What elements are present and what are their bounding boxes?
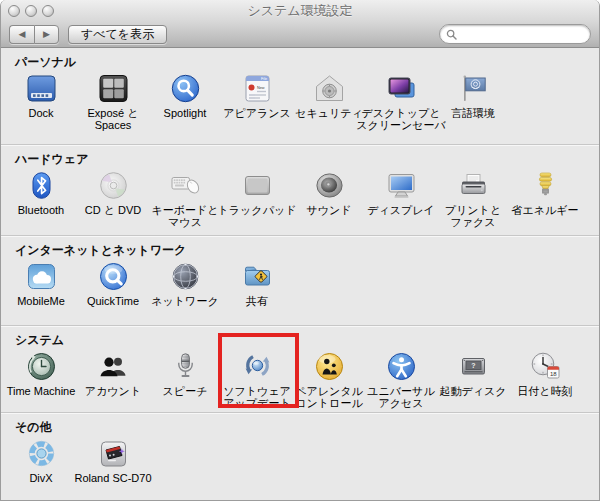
pref-item-keyboard-mouse[interactable]: キーボードとマウス — [149, 169, 221, 228]
pref-item-spotlight[interactable]: Spotlight — [149, 72, 221, 131]
appearance-icon: FileNew — [241, 72, 274, 105]
window-controls — [8, 5, 54, 17]
trackpad-icon — [241, 169, 274, 202]
printer-icon — [457, 169, 490, 202]
back-button[interactable]: ◀ — [9, 25, 34, 44]
pref-item-sound[interactable]: サウンド — [293, 169, 365, 228]
date-time-icon: 18 — [529, 350, 562, 383]
section-3: インターネットとネットワークMobileMeQuickTimeネットワーク共有 — [1, 235, 599, 325]
window-chrome: システム環境設定 ◀ ▶ すべてを表示 — [1, 0, 599, 48]
pref-item-time-machine[interactable]: Time Machine — [5, 350, 77, 409]
pref-item-accounts[interactable]: アカウント — [77, 350, 149, 409]
divx-icon — [25, 437, 58, 470]
sharing-folder-icon — [241, 260, 274, 293]
section-title: システム — [15, 326, 599, 348]
section-title: その他 — [15, 413, 599, 435]
pref-item-print-fax[interactable]: プリントとファクス — [437, 169, 509, 228]
section-title: ハードウェア — [15, 145, 599, 167]
preferences-content: パーソナルDockExposé とSpacesSpotlightFileNewア… — [1, 48, 599, 501]
pref-item-label: 言語環境 — [414, 107, 532, 119]
sound-speaker-icon — [313, 169, 346, 202]
svg-text:18: 18 — [549, 371, 556, 377]
display-icon — [385, 169, 418, 202]
software-update-icon — [241, 350, 274, 383]
pref-item-sharing[interactable]: 共有 — [221, 260, 293, 307]
spotlight-icon — [169, 72, 202, 105]
pref-item-international[interactable]: 言語環境 — [437, 72, 509, 131]
svg-text:File: File — [261, 77, 267, 81]
back-arrow-icon: ◀ — [19, 29, 26, 39]
dock-icon — [25, 72, 58, 105]
pref-item-bluetooth[interactable]: Bluetooth — [5, 169, 77, 228]
search-field[interactable] — [439, 24, 591, 44]
accounts-users-icon — [97, 350, 130, 383]
pref-item-energy-saver[interactable]: 省エネルギー — [509, 169, 581, 228]
pref-item-startup-disk[interactable]: ?起動ディスク — [437, 350, 509, 409]
desktop-screensaver-icon — [385, 72, 418, 105]
section-2: ハードウェアBluetoothCD と DVDキーボードとマウストラックパッドサ… — [1, 144, 599, 235]
svg-text:?: ? — [471, 362, 475, 369]
quicktime-icon — [97, 260, 130, 293]
speech-mic-icon — [169, 350, 202, 383]
forward-button[interactable]: ▶ — [34, 25, 59, 44]
keyboard-mouse-icon — [169, 169, 202, 202]
titlebar[interactable]: システム環境設定 — [1, 0, 599, 21]
bluetooth-icon — [25, 169, 58, 202]
forward-arrow-icon: ▶ — [43, 29, 50, 39]
cd-dvd-icon — [97, 169, 130, 202]
show-all-button[interactable]: すべてを表示 — [68, 25, 167, 44]
pref-item-desktop-screensaver[interactable]: デスクトップとスクリーンセーバ — [365, 72, 437, 131]
pref-item-trackpad[interactable]: トラックパッド — [221, 169, 293, 228]
mobileme-cloud-icon — [25, 260, 58, 293]
pref-item-label: 日付と時刻 — [486, 385, 600, 397]
close-button[interactable] — [8, 5, 20, 17]
pref-item-label: 共有 — [198, 295, 316, 307]
pref-item-roland-sc-d70[interactable]: Roland SC-D70 — [77, 437, 149, 484]
parental-controls-icon — [313, 350, 346, 383]
pref-item-appearance[interactable]: FileNewアピアランス — [221, 72, 293, 131]
nav-buttons: ◀ ▶ — [9, 25, 59, 44]
expose-icon — [97, 72, 130, 105]
section-4: システムTime Machineアカウントスピーチソフトウェアアップデートペアレ… — [1, 325, 599, 412]
security-icon — [313, 72, 346, 105]
pref-item-label: 省エネルギー — [486, 204, 600, 216]
svg-text:New: New — [257, 86, 265, 90]
search-input[interactable] — [460, 27, 584, 41]
pref-item-label: Roland SC-D70 — [54, 472, 172, 484]
zoom-button[interactable] — [42, 5, 54, 17]
minimize-button[interactable] — [25, 5, 37, 17]
roland-device-icon — [97, 437, 130, 470]
network-globe-icon — [169, 260, 202, 293]
section-1: パーソナルDockExposé とSpacesSpotlightFileNewア… — [1, 48, 599, 144]
system-preferences-window: システム環境設定 ◀ ▶ すべてを表示 パーソナルDockExposé とSpa… — [0, 0, 600, 501]
pref-item-expose-spaces[interactable]: Exposé とSpaces — [77, 72, 149, 131]
search-icon — [446, 29, 457, 40]
section-title: パーソナル — [15, 48, 599, 70]
pref-item-date-time[interactable]: 18日付と時刻 — [509, 350, 581, 409]
section-title: インターネットとネットワーク — [15, 236, 599, 258]
energy-saver-bulb-icon — [529, 169, 562, 202]
pref-item-universal-access[interactable]: ユニバーサルアクセス — [365, 350, 437, 409]
language-flag-icon — [457, 72, 490, 105]
window-title: システム環境設定 — [1, 0, 599, 21]
toolbar: ◀ ▶ すべてを表示 — [1, 21, 599, 47]
startup-disk-icon: ? — [457, 350, 490, 383]
time-machine-icon — [25, 350, 58, 383]
universal-access-icon — [385, 350, 418, 383]
section-5: その他DivXRoland SC-D70 — [1, 412, 599, 501]
